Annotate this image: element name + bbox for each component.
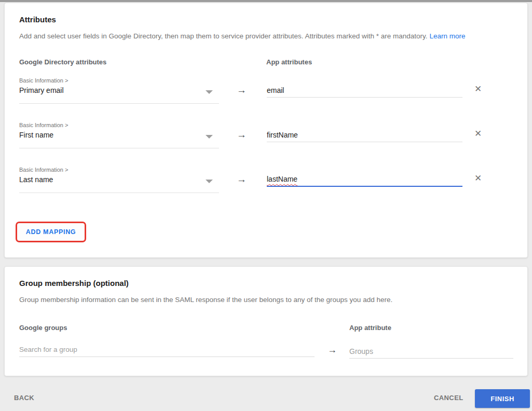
- maps-to-arrow-icon: →: [237, 174, 247, 185]
- directory-attribute-select-last-name[interactable]: Basic Information > Last name: [19, 164, 219, 193]
- attribute-category-label: Basic Information >: [19, 164, 219, 173]
- app-attribute-input-email[interactable]: [267, 83, 462, 98]
- red-highlight-annotation: ADD MAPPING: [16, 222, 86, 242]
- attributes-description-text: Add and select user fields in Google Dir…: [19, 32, 428, 40]
- remove-mapping-icon[interactable]: ✕: [472, 83, 484, 95]
- group-app-attribute-input[interactable]: [349, 344, 513, 359]
- attribute-value-label: Last name: [19, 175, 219, 184]
- maps-to-arrow-icon: →: [237, 130, 247, 140]
- finish-button[interactable]: FINISH: [475, 389, 530, 408]
- attribute-value-label: Primary email: [19, 86, 219, 94]
- attribute-category-label: Basic Information >: [19, 119, 219, 128]
- dropdown-caret-icon: [206, 90, 213, 94]
- misspelled-value-text: lastName: [267, 175, 297, 183]
- mapping-row-last-name: Basic Information > Last name → lastName…: [5, 162, 527, 203]
- mapping-row-first-name: Basic Information > First name → ✕: [5, 117, 527, 159]
- google-groups-header: Google groups: [19, 324, 67, 332]
- remove-mapping-icon[interactable]: ✕: [472, 128, 484, 140]
- group-search-input[interactable]: [19, 342, 315, 357]
- google-directory-attributes-header: Google Directory attributes: [19, 58, 106, 66]
- group-membership-description: Group membership information can be sent…: [19, 296, 513, 304]
- attribute-category-label: Basic Information >: [19, 75, 219, 84]
- back-button[interactable]: BACK: [14, 394, 34, 402]
- add-mapping-button[interactable]: ADD MAPPING: [26, 228, 76, 236]
- dropdown-caret-icon: [206, 135, 213, 139]
- dropdown-caret-icon: [206, 180, 213, 183]
- app-attribute-input-firstname[interactable]: [267, 128, 462, 142]
- group-membership-title: Group membership (optional): [19, 279, 129, 287]
- app-attributes-header: App attributes: [266, 58, 312, 66]
- group-app-attribute-header: App attribute: [349, 324, 391, 332]
- learn-more-link[interactable]: Learn more: [429, 32, 465, 40]
- mapping-row-primary-email: Basic Information > Primary email → ✕: [5, 73, 527, 114]
- directory-attribute-select-first-name[interactable]: Basic Information > First name: [19, 119, 219, 148]
- attribute-value-label: First name: [19, 131, 219, 139]
- group-membership-card: Group membership (optional) Group member…: [4, 266, 528, 376]
- top-divider-strip: [0, 0, 532, 2]
- app-attribute-input-lastname[interactable]: lastName: [267, 172, 462, 187]
- cancel-button[interactable]: CANCEL: [434, 394, 463, 402]
- directory-attribute-select-primary-email[interactable]: Basic Information > Primary email: [19, 75, 219, 104]
- attributes-description: Add and select user fields in Google Dir…: [19, 32, 513, 40]
- maps-to-arrow-icon: →: [328, 345, 337, 355]
- attributes-title: Attributes: [19, 15, 56, 24]
- attributes-card: Attributes Add and select user fields in…: [4, 3, 528, 258]
- maps-to-arrow-icon: →: [237, 85, 247, 95]
- remove-mapping-icon[interactable]: ✕: [472, 172, 484, 185]
